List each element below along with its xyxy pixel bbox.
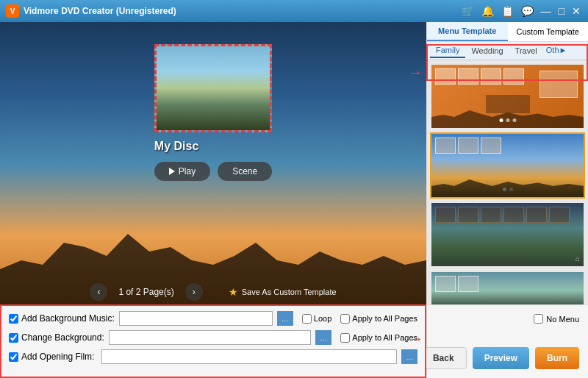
window-max-icon[interactable]: □ <box>557 5 566 17</box>
window-controls: 🛒 🔔 📋 💬 — □ ✕ <box>460 5 582 17</box>
music-label: Add Background Music: <box>9 313 115 324</box>
disc-controls: Play Scene <box>154 162 272 181</box>
frame-2-2 <box>458 138 478 154</box>
dot-3 <box>512 118 516 122</box>
silhouette-1 <box>431 106 584 128</box>
no-menu-checkbox[interactable] <box>534 314 543 324</box>
template-item-1[interactable] <box>430 63 585 129</box>
disc-title: My Disc <box>154 140 272 153</box>
loop-checkbox[interactable] <box>302 314 312 324</box>
silhouette-2 <box>431 175 584 197</box>
home-icon: ⌂ <box>576 254 580 263</box>
frame-4-2 <box>458 276 478 292</box>
film-browse-button[interactable]: … <box>401 349 417 364</box>
frame-4-1 <box>435 276 456 292</box>
app-title: Vidmore DVD Creator (Unregistered) <box>24 6 460 16</box>
frame-1 <box>435 68 456 85</box>
dot-2 <box>506 118 509 122</box>
page-info: 1 of 2 Page(s) <box>118 287 173 297</box>
music-loop-check: Loop <box>302 314 331 324</box>
main-area: My Disc Play Scene ‹ 1 of 2 Page(s) › ★ … <box>0 22 588 378</box>
template-4-preview <box>431 272 584 307</box>
scene-button[interactable]: Scene <box>218 162 272 181</box>
disc-thumbnail <box>154 44 272 132</box>
template-tabs: Menu Template Custom Template <box>427 22 588 42</box>
frame-2 <box>458 68 478 85</box>
play-button[interactable]: Play <box>154 162 210 181</box>
tab-menu-template[interactable]: Menu Template <box>427 22 508 41</box>
music-apply-checkbox[interactable] <box>340 314 350 324</box>
template-2-preview <box>431 134 584 197</box>
bg-browse-button[interactable]: … <box>315 330 331 345</box>
no-menu-label: No Menu <box>546 315 579 324</box>
category-more[interactable]: Oth► <box>543 43 570 58</box>
frame-grid-3 <box>435 207 580 223</box>
file-icon[interactable]: 📋 <box>500 5 515 17</box>
frame-grid-4 <box>435 276 580 292</box>
bg-input[interactable] <box>109 330 312 345</box>
template-1-preview <box>431 65 584 128</box>
save-template-button[interactable]: ★ Save As Custom Template <box>229 286 337 298</box>
frame-2-3 <box>481 138 501 154</box>
template-arrow: → <box>408 64 423 81</box>
preview-button[interactable]: Preview <box>473 347 529 369</box>
film-input[interactable] <box>101 349 397 364</box>
frame-3-6 <box>549 207 570 223</box>
bg-label: Change Background: <box>9 332 104 343</box>
frame-2-1 <box>435 138 456 154</box>
music-input[interactable] <box>119 311 273 326</box>
burn-button[interactable]: Burn <box>535 347 579 369</box>
template-3-preview: ⌂ <box>431 203 584 266</box>
film-row: Add Opening Film: … <box>9 349 417 364</box>
no-menu-row: No Menu <box>534 314 579 324</box>
music-row: Add Background Music: … Loop Apply to Al… <box>9 311 417 326</box>
action-btn-row: Back Preview Burn <box>420 347 579 369</box>
frame-grid-1 <box>435 68 580 85</box>
template-item-4[interactable] <box>430 271 585 307</box>
window-close-icon[interactable]: ✕ <box>570 5 582 17</box>
dot-1 <box>499 118 503 122</box>
frame-4 <box>503 68 524 85</box>
frame-3-3 <box>481 207 501 223</box>
category-tabs: Family Wedding Travel Oth► <box>427 42 588 60</box>
back-button[interactable]: Back <box>420 347 467 369</box>
frame-3 <box>481 68 501 85</box>
category-wedding[interactable]: Wedding <box>465 43 509 58</box>
film-checkbox[interactable] <box>9 352 18 362</box>
window-min-icon[interactable]: — <box>539 5 553 17</box>
template-item-3[interactable]: ⌂ <box>430 202 585 268</box>
film-label: Add Opening Film: <box>9 352 97 362</box>
bg-apply-check: Apply to All Pages <box>340 333 417 343</box>
page-navigation: ‹ 1 of 2 Page(s) › ★ Save As Custom Temp… <box>0 283 426 301</box>
background-row: Change Background: … Apply to All Pages <box>9 330 417 345</box>
music-apply-check: Apply to All Pages <box>340 314 417 324</box>
tab-custom-template[interactable]: Custom Template <box>508 22 589 41</box>
frame-3-4 <box>503 207 524 223</box>
help-icon[interactable]: 💬 <box>520 5 535 17</box>
bg-checkbox[interactable] <box>9 333 18 343</box>
star-icon: ★ <box>229 286 238 298</box>
settings-icon[interactable]: 🔔 <box>480 5 495 17</box>
title-bar: V Vidmore DVD Creator (Unregistered) 🛒 🔔… <box>0 0 588 22</box>
prev-page-button[interactable]: ‹ <box>90 283 107 301</box>
music-browse-button[interactable]: … <box>277 311 293 326</box>
next-page-button[interactable]: › <box>185 283 203 301</box>
music-checkbox[interactable] <box>9 314 18 324</box>
template-item-2[interactable] <box>430 132 585 199</box>
frame-grid-2 <box>435 138 580 154</box>
action-buttons-panel: No Menu Back Preview Burn <box>426 304 588 378</box>
options-panel: Add Background Music: … Loop Apply to Al… <box>0 304 426 378</box>
bg-apply-checkbox[interactable] <box>340 333 350 343</box>
disc-preview: My Disc Play Scene <box>154 44 272 181</box>
disc-image <box>157 46 270 130</box>
minimize-icon[interactable]: 🛒 <box>460 5 476 17</box>
category-travel[interactable]: Travel <box>509 43 543 58</box>
frame-3-2 <box>458 207 478 223</box>
category-family[interactable]: Family <box>430 43 465 58</box>
frame-3-5 <box>526 207 547 223</box>
options-arrow: → <box>409 330 423 347</box>
play-icon <box>169 168 175 175</box>
app-icon: V <box>6 4 19 18</box>
template-1-dots <box>499 118 516 122</box>
frame-3-1 <box>435 207 456 223</box>
